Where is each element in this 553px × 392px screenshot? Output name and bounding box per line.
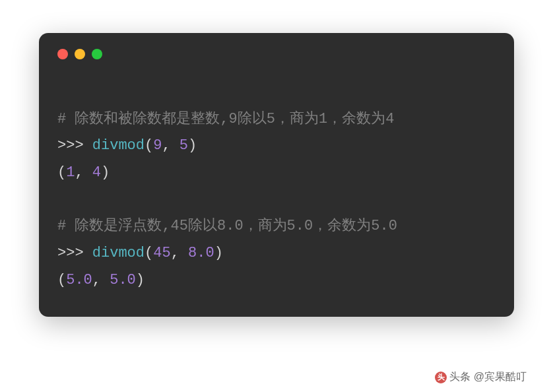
number-literal: 5 bbox=[179, 137, 188, 154]
number-literal: 8.0 bbox=[188, 245, 214, 261]
watermark-text: 头条 @宾果酷叮 bbox=[449, 370, 527, 384]
number-literal: 1 bbox=[66, 164, 75, 181]
minimize-icon bbox=[75, 49, 85, 59]
close-icon bbox=[57, 49, 68, 59]
paren-open: ( bbox=[57, 272, 66, 288]
comma: , bbox=[75, 164, 92, 181]
function-name: divmod bbox=[92, 245, 145, 261]
code-block: # 除数和被除数都是整数,9除以5，商为1，余数为4 >>> divmod(9,… bbox=[57, 79, 496, 294]
maximize-icon bbox=[92, 49, 102, 59]
number-literal: 5.0 bbox=[110, 272, 136, 288]
paren-open: ( bbox=[145, 245, 153, 261]
watermark-icon: 头 bbox=[435, 372, 447, 383]
comma: , bbox=[92, 272, 110, 288]
paren-open: ( bbox=[145, 137, 153, 154]
paren-close: ) bbox=[136, 272, 145, 288]
watermark: 头 头条 @宾果酷叮 bbox=[435, 370, 527, 384]
repl-prompt: >>> bbox=[57, 245, 92, 261]
number-literal: 45 bbox=[153, 245, 170, 261]
paren-close: ) bbox=[188, 137, 197, 154]
paren-close: ) bbox=[101, 164, 110, 181]
number-literal: 5.0 bbox=[66, 272, 92, 288]
repl-prompt: >>> bbox=[57, 137, 92, 154]
comma: , bbox=[171, 245, 188, 261]
code-comment: # 除数和被除数都是整数,9除以5，商为1，余数为4 bbox=[57, 111, 394, 127]
comma: , bbox=[162, 137, 179, 154]
window-titlebar bbox=[57, 49, 496, 59]
terminal-window: # 除数和被除数都是整数,9除以5，商为1，余数为4 >>> divmod(9,… bbox=[39, 33, 514, 317]
paren-close: ) bbox=[214, 245, 223, 261]
number-literal: 4 bbox=[92, 164, 101, 181]
code-comment: # 除数是浮点数,45除以8.0，商为5.0，余数为5.0 bbox=[57, 218, 397, 234]
paren-open: ( bbox=[57, 164, 66, 181]
function-name: divmod bbox=[92, 137, 145, 154]
number-literal: 9 bbox=[153, 137, 162, 154]
